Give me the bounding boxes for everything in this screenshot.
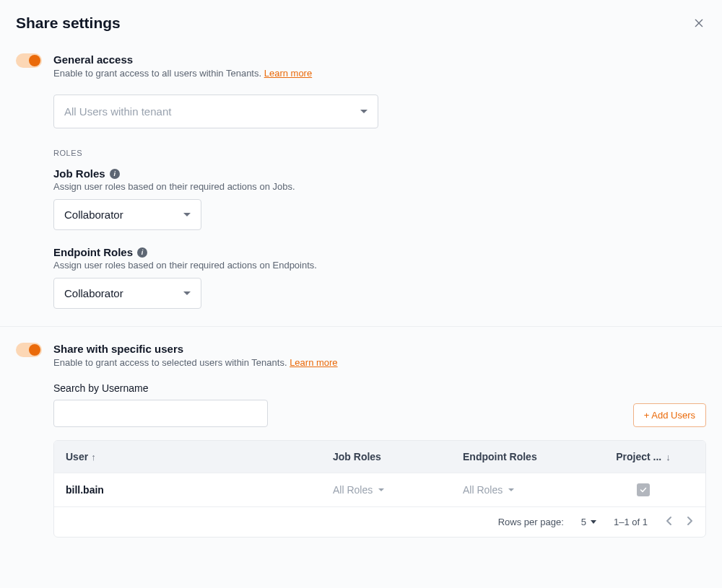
add-users-button[interactable]: + Add Users xyxy=(633,403,706,427)
specific-learn-more-link[interactable]: Learn more xyxy=(290,357,337,368)
column-header-user[interactable]: User ↑ xyxy=(66,451,333,462)
sort-descending-icon: ↓ xyxy=(666,452,671,462)
general-access-description: Enable to grant access to all users with… xyxy=(53,68,706,79)
job-roles-desc: Assign user roles based on their require… xyxy=(53,181,706,192)
table-row: bill.bain All Roles All Roles xyxy=(54,473,705,506)
check-icon xyxy=(639,486,648,494)
chevron-right-icon xyxy=(687,516,694,526)
specific-users-description: Enable to grant access to selected users… xyxy=(53,357,706,368)
chevron-down-icon xyxy=(183,291,191,295)
column-header-endpoint-roles[interactable]: Endpoint Roles xyxy=(463,451,593,462)
specific-users-heading: Share with specific users xyxy=(53,343,706,355)
job-roles-cell[interactable]: All Roles xyxy=(333,484,463,496)
search-row: + Add Users xyxy=(53,400,706,427)
previous-page-button[interactable] xyxy=(665,514,672,530)
endpoint-roles-desc: Assign user roles based on their require… xyxy=(53,260,706,271)
project-cell xyxy=(593,483,694,496)
close-button[interactable] xyxy=(692,16,706,30)
endpoint-roles-heading: Endpoint Roles i xyxy=(53,246,706,258)
pagination-range-text: 1–1 of 1 xyxy=(614,517,648,527)
users-table: User ↑ Job Roles Endpoint Roles Project … xyxy=(53,440,706,537)
table-header-row: User ↑ Job Roles Endpoint Roles Project … xyxy=(54,441,705,473)
column-header-user-text: User xyxy=(66,451,88,462)
column-header-job-roles[interactable]: Job Roles xyxy=(333,451,463,462)
project-checkbox[interactable] xyxy=(637,483,650,496)
dialog-header: Share settings xyxy=(16,14,706,32)
column-header-project[interactable]: Project ... ↓ xyxy=(593,451,694,462)
info-icon[interactable]: i xyxy=(110,169,120,179)
general-access-desc-text: Enable to grant access to all users with… xyxy=(53,68,264,79)
endpoint-roles-cell-value: All Roles xyxy=(463,484,503,496)
general-access-section: General access Enable to grant access to… xyxy=(16,53,706,309)
search-username-label: Search by Username xyxy=(53,382,706,394)
job-roles-select[interactable]: Collaborator xyxy=(53,199,201,230)
pager xyxy=(665,514,694,530)
chevron-down-icon xyxy=(591,520,596,524)
general-access-heading: General access xyxy=(53,53,706,66)
endpoint-roles-select[interactable]: Collaborator xyxy=(53,278,201,309)
specific-users-toggle[interactable] xyxy=(16,343,42,357)
endpoint-roles-select-value: Collaborator xyxy=(64,287,123,299)
endpoint-roles-cell[interactable]: All Roles xyxy=(463,484,593,496)
table-footer: Rows per page: 5 1–1 of 1 xyxy=(54,506,705,537)
chevron-down-icon xyxy=(183,213,191,216)
user-cell: bill.bain xyxy=(66,484,333,496)
rows-per-page-label: Rows per page: xyxy=(498,517,564,527)
search-username-input[interactable] xyxy=(53,400,268,427)
tenant-select-value: All Users within tenant xyxy=(64,105,171,118)
endpoint-roles-heading-text: Endpoint Roles xyxy=(53,246,133,258)
tenant-select[interactable]: All Users within tenant xyxy=(53,95,378,128)
column-header-project-text: Project ... xyxy=(616,451,661,462)
chevron-left-icon xyxy=(665,516,672,526)
job-roles-heading-text: Job Roles xyxy=(53,167,105,180)
roles-section-label: ROLES xyxy=(53,149,706,157)
rows-per-page-value: 5 xyxy=(581,517,586,527)
specific-users-desc-text: Enable to grant access to selected users… xyxy=(53,357,290,368)
specific-users-section: Share with specific users Enable to gran… xyxy=(16,343,706,537)
chevron-down-icon xyxy=(360,110,367,113)
general-access-toggle[interactable] xyxy=(16,53,42,68)
job-roles-select-value: Collaborator xyxy=(64,209,123,221)
chevron-down-icon xyxy=(378,488,384,491)
job-roles-cell-value: All Roles xyxy=(333,484,373,496)
chevron-down-icon xyxy=(508,488,514,491)
toggle-knob-icon xyxy=(29,55,40,66)
page-title: Share settings xyxy=(16,14,121,32)
close-icon xyxy=(693,17,705,29)
section-divider xyxy=(0,326,722,327)
sort-ascending-icon: ↑ xyxy=(91,452,96,462)
rows-per-page-select[interactable]: 5 xyxy=(581,517,596,527)
info-icon[interactable]: i xyxy=(137,247,147,258)
general-learn-more-link[interactable]: Learn more xyxy=(264,68,312,79)
toggle-knob-icon xyxy=(29,344,40,356)
next-page-button[interactable] xyxy=(687,514,694,530)
job-roles-heading: Job Roles i xyxy=(53,167,706,180)
